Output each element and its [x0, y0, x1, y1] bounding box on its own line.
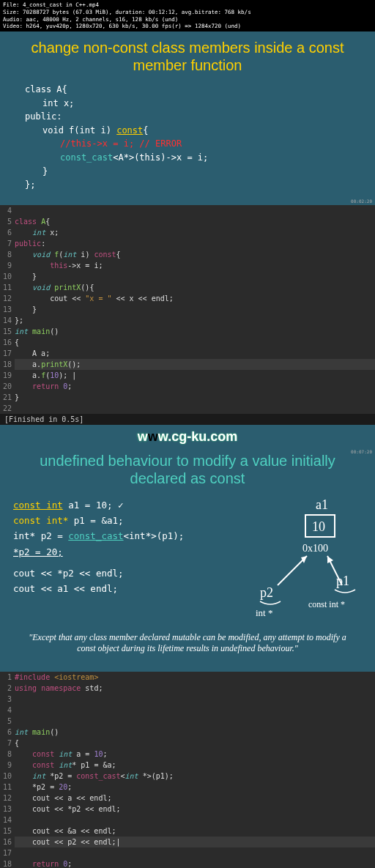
code-line: const int* p1 = &a1; — [13, 513, 226, 528]
code-line: int x; — [25, 97, 362, 111]
code-line: void f(int i) const{ — [25, 124, 362, 138]
file-info-line: Video: h264, yuv420p, 1280x720, 630 kb/s… — [3, 23, 372, 30]
watermark-text: www.cg-ku.com — [138, 429, 237, 444]
watermark-mid: www.cg-ku.com — [0, 425, 375, 448]
standard-quote: "Except that any class member declared m… — [13, 625, 362, 659]
build-status-1: [Finished in 0.5s] — [0, 414, 375, 425]
slide-1-title: change non-const class members inside a … — [13, 39, 362, 74]
file-info-overlay: File: 4_const_cast in C++.mp4 Size: 7028… — [0, 0, 375, 31]
code-line: public: — [25, 110, 362, 124]
svg-text:p1: p1 — [336, 574, 349, 588]
file-info-line: Size: 70288727 bytes (67.03 MiB), durati… — [3, 9, 372, 16]
slide-1-code: class A{ int x; public: void f(int i) co… — [13, 83, 362, 192]
code-line: const int a1 = 10; ✓ — [13, 497, 226, 513]
slide-2-code: const int a1 = 10; ✓ const int* p1 = &a1… — [13, 497, 226, 625]
hand-drawing: a1 10 0x100 p2 p1 int * const int * — [234, 497, 362, 625]
code-editor-2: 1#include <iostream> 2using namespace st… — [0, 672, 375, 868]
svg-text:int *: int * — [256, 607, 272, 618]
code-line: class A{ — [25, 83, 362, 97]
code-line: const_cast<A*>(this)->x = i; — [25, 151, 362, 165]
code-editor-1: 4 5class A{ 6 int x; 7public: 8 void f(i… — [0, 205, 375, 414]
slide-2-title: undefined behaviour to modify a value in… — [13, 452, 362, 487]
timestamp: 00:02:20 — [351, 199, 372, 204]
file-info-line: Audio: aac, 48000 Hz, 2 channels, s16, 1… — [3, 16, 372, 23]
svg-marker-5 — [301, 556, 307, 563]
code-line: } — [25, 165, 362, 179]
code-line: }; — [25, 178, 362, 192]
diagram-svg: a1 10 0x100 p2 p1 int * const int * — [234, 497, 362, 622]
code-line: cout << a1 << endl; — [13, 581, 226, 596]
code-line: int* p2 = const_cast<int*>(p1); — [13, 528, 226, 544]
slide-2: 00:07:20 undefined behaviour to modify a… — [0, 448, 375, 672]
svg-text:p2: p2 — [260, 585, 273, 600]
svg-text:10: 10 — [312, 519, 325, 534]
code-line: *p2 = 20; — [13, 544, 226, 560]
slide-1: change non-const class members inside a … — [0, 31, 375, 205]
svg-text:a1: a1 — [316, 497, 328, 512]
file-info-line: File: 4_const_cast in C++.mp4 — [3, 1, 372, 9]
svg-text:const int *: const int * — [308, 599, 345, 609]
code-line: cout << *p2 << endl; — [13, 565, 226, 581]
code-error-line: //this->x = i; // ERROR — [25, 137, 362, 151]
timestamp: 00:07:20 — [351, 449, 372, 454]
svg-text:0x100: 0x100 — [302, 543, 328, 554]
